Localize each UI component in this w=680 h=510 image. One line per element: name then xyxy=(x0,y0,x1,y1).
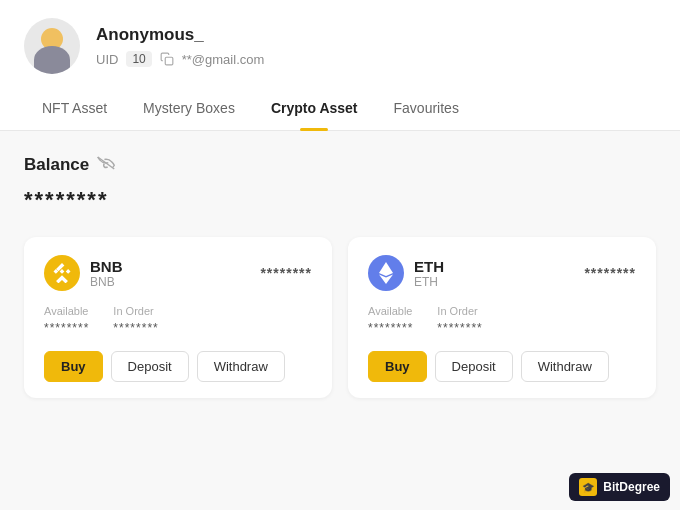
bnb-name: BNB xyxy=(90,258,123,275)
bnb-coin-info: BNB BNB xyxy=(44,255,123,291)
bnb-inorder-label: In Order xyxy=(113,305,158,317)
eth-balance: ******** xyxy=(584,265,636,281)
cards-row: BNB BNB ******** Available ******** In O… xyxy=(24,237,656,398)
eth-available-value: ******** xyxy=(368,321,413,335)
bnb-balance: ******** xyxy=(260,265,312,281)
bnb-inorder-group: In Order ******** xyxy=(113,305,158,335)
bnb-deposit-button[interactable]: Deposit xyxy=(111,351,189,382)
profile-meta: UID 10 **@gmail.com xyxy=(96,51,264,67)
bnb-available-group: Available ******** xyxy=(44,305,89,335)
eth-inorder-label: In Order xyxy=(437,305,482,317)
bnb-inorder-value: ******** xyxy=(113,321,158,335)
profile-email: **@gmail.com xyxy=(182,52,265,67)
bnb-available-value: ******** xyxy=(44,321,89,335)
eth-inorder-value: ******** xyxy=(437,321,482,335)
eth-deposit-button[interactable]: Deposit xyxy=(435,351,513,382)
bnb-actions: Buy Deposit Withdraw xyxy=(44,351,312,382)
uid-value: 10 xyxy=(126,51,151,67)
svg-rect-0 xyxy=(165,57,173,65)
tab-favourites[interactable]: Favourites xyxy=(376,86,477,130)
bnb-details: Available ******** In Order ******** xyxy=(44,305,312,335)
balance-header: Balance xyxy=(24,155,656,175)
profile-section: Anonymous_ UID 10 **@gmail.com xyxy=(0,0,680,86)
tab-crypto-asset[interactable]: Crypto Asset xyxy=(253,86,376,130)
bnb-card: BNB BNB ******** Available ******** In O… xyxy=(24,237,332,398)
eth-details: Available ******** In Order ******** xyxy=(368,305,636,335)
uid-label: UID xyxy=(96,52,118,67)
bnb-card-header: BNB BNB ******** xyxy=(44,255,312,291)
eth-card: ETH ETH ******** Available ******** In O… xyxy=(348,237,656,398)
eth-name-wrap: ETH ETH xyxy=(414,258,444,289)
eth-available-label: Available xyxy=(368,305,413,317)
eth-icon xyxy=(368,255,404,291)
avatar xyxy=(24,18,80,74)
eth-coin-info: ETH ETH xyxy=(368,255,444,291)
content-area: Balance ******** xyxy=(0,131,680,510)
eth-actions: Buy Deposit Withdraw xyxy=(368,351,636,382)
nav-tabs: NFT Asset Mystery Boxes Crypto Asset Fav… xyxy=(0,86,680,131)
bitdegree-watermark: 🎓 BitDegree xyxy=(569,473,670,501)
eth-inorder-group: In Order ******** xyxy=(437,305,482,335)
bnb-ticker: BNB xyxy=(90,275,123,289)
profile-info: Anonymous_ UID 10 **@gmail.com xyxy=(96,25,264,67)
eye-slash-icon[interactable] xyxy=(97,156,115,174)
profile-name: Anonymous_ xyxy=(96,25,264,45)
eth-ticker: ETH xyxy=(414,275,444,289)
tab-mystery-boxes[interactable]: Mystery Boxes xyxy=(125,86,253,130)
bnb-available-label: Available xyxy=(44,305,89,317)
page-wrapper: Anonymous_ UID 10 **@gmail.com NFT Asset… xyxy=(0,0,680,510)
eth-available-group: Available ******** xyxy=(368,305,413,335)
svg-marker-1 xyxy=(379,262,393,276)
balance-title: Balance xyxy=(24,155,89,175)
bnb-buy-button[interactable]: Buy xyxy=(44,351,103,382)
bnb-withdraw-button[interactable]: Withdraw xyxy=(197,351,285,382)
bitdegree-icon: 🎓 xyxy=(579,478,597,496)
tab-nft-asset[interactable]: NFT Asset xyxy=(24,86,125,130)
avatar-body xyxy=(34,46,70,74)
bnb-icon xyxy=(44,255,80,291)
eth-withdraw-button[interactable]: Withdraw xyxy=(521,351,609,382)
eth-buy-button[interactable]: Buy xyxy=(368,351,427,382)
copy-icon[interactable] xyxy=(160,52,174,66)
eth-name: ETH xyxy=(414,258,444,275)
eth-card-header: ETH ETH ******** xyxy=(368,255,636,291)
balance-amount: ******** xyxy=(24,187,656,213)
watermark-label: BitDegree xyxy=(603,480,660,494)
bnb-name-wrap: BNB BNB xyxy=(90,258,123,289)
